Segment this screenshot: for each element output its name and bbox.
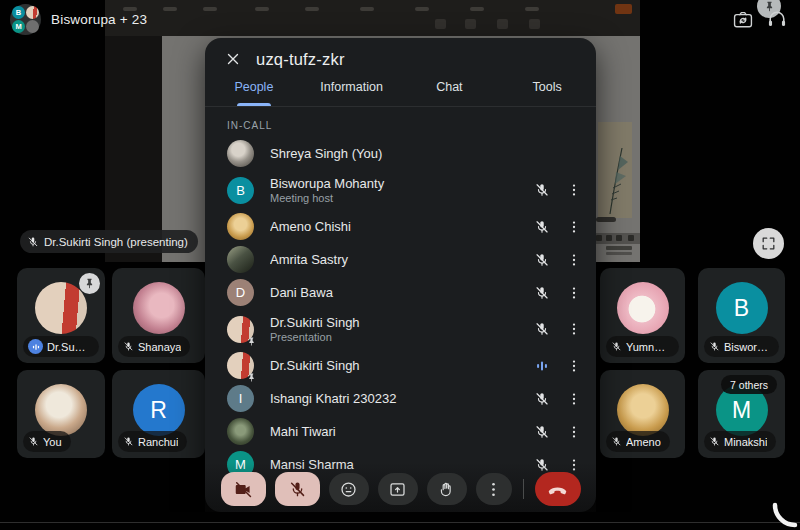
mic-off-icon <box>611 341 622 352</box>
participant-name: Dani Bawa <box>270 285 530 300</box>
participant-menu-button[interactable] <box>562 317 586 341</box>
nav-divider <box>0 522 800 523</box>
end-call-icon <box>547 479 568 500</box>
top-bar: B M Bisworupa + 23 <box>0 0 800 40</box>
tile-name: Bisworupa <box>724 341 770 353</box>
mic-off-glyph <box>534 424 550 440</box>
video-tile-you[interactable]: You <box>17 370 105 458</box>
participant-row[interactable]: DDani Bawa <box>205 276 596 309</box>
active-tab-underline <box>237 103 271 106</box>
in-call-panel: uzq-tufz-zkr PeopleInformationChatTools … <box>205 38 596 512</box>
tile-name: You <box>43 436 62 448</box>
participant-row[interactable]: Dr.Sukirti Singh <box>205 349 596 382</box>
mic-off-icon <box>530 215 554 239</box>
mic-off-button[interactable] <box>275 472 320 506</box>
tile-avatar <box>617 282 669 334</box>
more-options-icon <box>484 480 503 499</box>
panel-header: uzq-tufz-zkr <box>205 38 596 80</box>
video-tile-yumnam-t[interactable]: Yumnam T <box>600 268 685 363</box>
participant-name: Amrita Sastry <box>270 252 530 267</box>
participant-menu-button[interactable] <box>562 420 586 444</box>
mic-off-glyph <box>534 252 550 268</box>
close-panel-button[interactable] <box>221 47 245 71</box>
switch-camera-icon[interactable] <box>732 9 754 31</box>
pin-icon <box>246 372 257 383</box>
reactions-button[interactable] <box>329 473 369 505</box>
tab-tools[interactable]: Tools <box>498 80 596 106</box>
video-tile-minakshi[interactable]: M7 othersMinakshi <box>698 370 785 458</box>
tab-label: Information <box>320 80 383 94</box>
participant-menu-button[interactable] <box>562 248 586 272</box>
mic-off-icon <box>530 387 554 411</box>
tile-name: Yumnam T <box>626 341 670 353</box>
close-icon <box>224 50 242 68</box>
tab-information[interactable]: Information <box>303 80 401 106</box>
tile-name: Ranchui <box>138 436 178 448</box>
mic-off-glyph <box>534 182 550 198</box>
end-call-button[interactable] <box>535 472 581 506</box>
group-avatar-photo <box>26 6 39 19</box>
camera-off-button[interactable] <box>221 472 266 506</box>
participant-row[interactable]: Ameno Chishi <box>205 210 596 243</box>
mic-off-icon <box>123 436 134 447</box>
video-tile-dr-sukirti[interactable]: Dr.Sukirti <box>17 268 105 363</box>
tile-avatar: B <box>716 282 768 334</box>
tile-name-pill: Minakshi <box>704 431 776 452</box>
more-options-button[interactable] <box>476 473 512 505</box>
mic-off-icon <box>27 236 39 248</box>
more-vert-icon <box>566 424 582 440</box>
camera-off-icon <box>234 480 253 499</box>
equalizer-glyph <box>31 342 41 352</box>
mic-off-glyph <box>534 285 550 301</box>
participant-avatar <box>227 316 254 343</box>
tab-label: People <box>234 80 273 94</box>
video-tile-ranchui[interactable]: RRanchui <box>112 370 205 458</box>
video-tile-ameno[interactable]: Ameno <box>600 370 685 458</box>
more-vert-icon <box>566 252 582 268</box>
participant-row[interactable]: IIshangi Khatri 230232 <box>205 382 596 415</box>
pinned-badge <box>79 273 100 294</box>
present-button[interactable] <box>378 473 418 505</box>
participant-name: Mahi Tiwari <box>270 424 530 439</box>
participant-menu-button[interactable] <box>562 215 586 239</box>
participant-menu-button[interactable] <box>562 178 586 202</box>
participant-row[interactable]: Shreya Singh (You) <box>205 137 596 170</box>
equalizer-glyph <box>534 358 550 374</box>
video-tile-shanaya[interactable]: Shanaya <box>112 268 205 363</box>
reactions-icon <box>339 480 358 499</box>
mic-off-icon <box>530 248 554 272</box>
participant-row[interactable]: BBisworupa MohantyMeeting host <box>205 170 596 210</box>
audio-output-icon[interactable] <box>766 8 788 30</box>
fullscreen-button[interactable] <box>753 228 784 259</box>
participant-row[interactable]: Mahi Tiwari <box>205 415 596 448</box>
participant-avatar: B <box>227 177 254 204</box>
participant-menu-button[interactable] <box>562 387 586 411</box>
more-vert-icon <box>566 321 582 337</box>
meeting-participants-title: Bisworupa + 23 <box>51 12 147 27</box>
participant-avatar <box>227 246 254 273</box>
tile-avatar <box>35 282 87 334</box>
tile-name: Dr.Sukirti <box>47 341 90 353</box>
tab-chat[interactable]: Chat <box>401 80 499 106</box>
mic-off-glyph <box>534 219 550 235</box>
group-avatar: B M <box>10 4 41 35</box>
participant-avatar <box>227 418 254 445</box>
tile-name-pill: Ranchui <box>118 431 187 452</box>
participant-name: Bisworupa Mohanty <box>270 176 530 191</box>
participant-row[interactable]: Dr.Sukirti SinghPresentation <box>205 309 596 349</box>
tile-avatar <box>617 384 669 436</box>
tile-name: Minakshi <box>724 436 767 448</box>
participant-row[interactable]: Amrita Sastry <box>205 243 596 276</box>
raise-hand-button[interactable] <box>427 473 467 505</box>
more-vert-icon <box>566 182 582 198</box>
tab-people[interactable]: People <box>205 80 303 106</box>
participant-menu-button[interactable] <box>562 281 586 305</box>
participant-menu-button[interactable] <box>562 354 586 378</box>
tile-name: Shanaya <box>138 341 181 353</box>
video-tile-bisworupa[interactable]: BBisworupa <box>698 268 785 363</box>
screen-corner-arc <box>768 498 800 530</box>
participant-avatar <box>227 140 254 167</box>
tile-name-pill: Shanaya <box>118 336 190 357</box>
participant-avatar <box>227 352 254 379</box>
participant-name: Shreya Singh (You) <box>270 146 586 161</box>
